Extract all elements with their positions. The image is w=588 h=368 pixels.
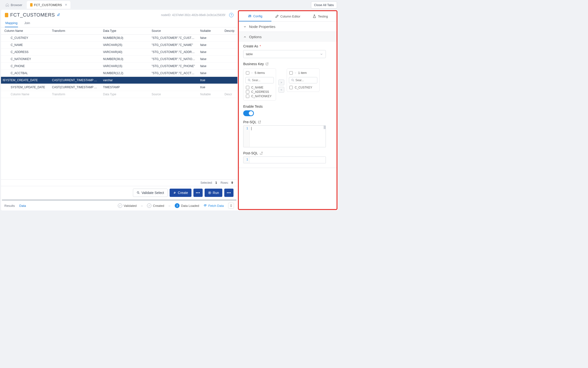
node-type-icon	[5, 13, 8, 17]
close-all-tabs-button[interactable]: Close All Tabs	[311, 1, 337, 9]
list-item-checkbox[interactable]	[246, 86, 249, 89]
select-all-selected-checkbox[interactable]	[289, 71, 293, 75]
pre-sql-editor[interactable]: 1	[243, 125, 326, 147]
create-as-select[interactable]: table	[243, 50, 326, 58]
more-icon: •••	[227, 191, 231, 195]
page-header: FCT_CUSTOMERS nodeID: 4237efef-392c-482b…	[1, 10, 237, 19]
post-sql-editor[interactable]: 1	[243, 156, 326, 163]
chevron-down-icon[interactable]	[294, 72, 297, 74]
tab-fct-customers[interactable]: FCT_CUSTOMERS ×	[27, 1, 71, 9]
subtab-join[interactable]: Join	[24, 19, 31, 27]
chevron-down-icon[interactable]	[251, 72, 253, 74]
col-header-datatype[interactable]: Data Type	[100, 28, 149, 34]
list-item-checkbox[interactable]	[289, 86, 293, 89]
list-item[interactable]: C_ADDRESS	[245, 90, 274, 94]
list-item[interactable]: C_NATIONKEY	[245, 94, 274, 98]
home-icon	[5, 3, 9, 7]
node-type-icon	[30, 3, 33, 7]
enable-tests-toggle[interactable]	[243, 110, 254, 116]
chevron-up-icon	[243, 35, 247, 39]
post-sql-label: Post-SQL	[243, 151, 332, 155]
run-more-button[interactable]: •••	[224, 189, 234, 197]
selected-columns-list: 1 item C_CUSTKEY	[287, 68, 319, 92]
svg-point-5	[248, 79, 250, 81]
tab-browser[interactable]: Browser	[2, 1, 26, 9]
column-editor-tab[interactable]: Column Editor	[271, 11, 304, 21]
line-number: 1	[244, 157, 250, 163]
svg-point-0	[137, 192, 139, 193]
search-icon	[291, 79, 294, 82]
chevron-down-icon	[243, 25, 247, 28]
select-all-available-checkbox[interactable]	[246, 71, 249, 75]
external-link-icon[interactable]	[258, 120, 261, 124]
new-column-row[interactable]: Column Name Transform Data Type Source N…	[1, 91, 237, 98]
help-icon[interactable]: ?	[229, 13, 234, 17]
business-key-label: Business Key	[243, 62, 332, 66]
line-number: 1	[244, 126, 250, 147]
external-link-icon[interactable]	[260, 151, 263, 155]
table-row[interactable]: C_NAMEVARCHAR(25)"STG_CUSTOMER"."C_NAME"…	[1, 42, 237, 49]
subtab-mapping[interactable]: Mapping	[5, 19, 18, 27]
list-item[interactable]: C_NAME	[245, 85, 274, 90]
search-icon	[248, 79, 251, 82]
flask-icon	[312, 14, 316, 18]
create-button[interactable]: Create	[170, 189, 191, 197]
chevron-down-icon	[320, 53, 323, 56]
edit-title-icon[interactable]	[57, 13, 60, 17]
scrollbar-track[interactable]	[2, 199, 236, 201]
status-created: ✓ Created	[147, 203, 164, 208]
fetch-data-button[interactable]: Fetch Data	[203, 204, 224, 208]
check-icon: ✓	[118, 203, 122, 208]
col-header-name[interactable]: Column Name	[1, 28, 50, 34]
col-header-transform[interactable]: Transform	[50, 28, 100, 34]
col-header-description[interactable]: Descrip	[222, 28, 237, 34]
table-row[interactable]: C_ADDRESSVARCHAR(40)"STG_CUSTOMER"."C_AD…	[1, 49, 237, 56]
config-panel: Config Column Editor Testing Node Proper…	[238, 10, 337, 210]
svg-point-3	[250, 15, 250, 16]
play-icon	[208, 191, 211, 194]
table-row[interactable]: C_ACCTBALNUMBER(12,2)"STG_CUSTOMER"."C_A…	[1, 70, 237, 77]
table-row[interactable]: ⠿SYSTEM_CREATE_DATECAST(CURRENT_TIMESTAM…	[1, 77, 237, 84]
table-row[interactable]: SYSTEM_UPDATE_DATECAST(CURRENT_TIMESTAMP…	[1, 84, 237, 91]
table-row[interactable]: C_CUSTKEYNUMBER(38,0)"STG_CUSTOMER"."C_C…	[1, 35, 237, 42]
create-more-button[interactable]: •••	[193, 189, 203, 197]
selected-search[interactable]	[289, 77, 317, 83]
selected-search-input[interactable]	[295, 79, 310, 82]
table-row[interactable]: C_NATIONKEYNUMBER(38,0)"STG_CUSTOMER"."C…	[1, 56, 237, 63]
available-search-input[interactable]	[252, 79, 267, 82]
validate-select-button[interactable]: Validate Select	[133, 189, 167, 197]
move-left-button[interactable]: <	[279, 87, 284, 92]
step-number-badge: 3	[175, 203, 180, 208]
scrollbar-thumb[interactable]	[324, 126, 326, 129]
col-header-nullable[interactable]: Nullable	[198, 28, 222, 34]
svg-point-6	[292, 79, 293, 81]
available-search[interactable]	[245, 77, 274, 83]
list-item-checkbox[interactable]	[246, 90, 249, 93]
status-tab-results[interactable]: Results	[4, 204, 15, 208]
run-button[interactable]: Run	[205, 189, 223, 197]
search-icon	[136, 191, 140, 194]
tab-browser-label: Browser	[11, 3, 22, 7]
status-tab-data[interactable]: Data	[19, 204, 26, 208]
options-section[interactable]: Options	[239, 32, 336, 42]
col-header-source[interactable]: Source	[149, 28, 198, 34]
enable-tests-label: Enable Tests	[243, 104, 332, 108]
node-id: nodeID: 4237efef-392c-482b-86e8-2e3b1e25…	[161, 13, 225, 17]
table-row[interactable]: C_PHONEVARCHAR(15)"STG_CUSTOMER"."C_PHON…	[1, 63, 237, 70]
sliders-icon	[248, 14, 252, 18]
expand-panel-toggle[interactable]	[228, 203, 234, 209]
move-right-button[interactable]: >	[279, 80, 284, 85]
node-properties-section[interactable]: Node Properties	[239, 22, 336, 32]
config-tab[interactable]: Config	[239, 11, 271, 21]
column-table-header: Column Name Transform Data Type Source N…	[1, 28, 237, 35]
check-icon: ✓	[147, 203, 151, 208]
tab-active-label: FCT_CUSTOMERS	[34, 3, 62, 7]
pre-sql-label: Pre-SQL	[243, 120, 332, 124]
testing-tab[interactable]: Testing	[304, 11, 336, 21]
list-item[interactable]: C_CUSTKEY	[289, 85, 317, 90]
list-item-checkbox[interactable]	[246, 94, 249, 98]
pencil-icon	[275, 14, 279, 18]
external-link-icon[interactable]	[265, 62, 269, 66]
close-tab-icon[interactable]: ×	[65, 3, 67, 7]
drag-handle-icon[interactable]: ⠿	[2, 79, 4, 82]
